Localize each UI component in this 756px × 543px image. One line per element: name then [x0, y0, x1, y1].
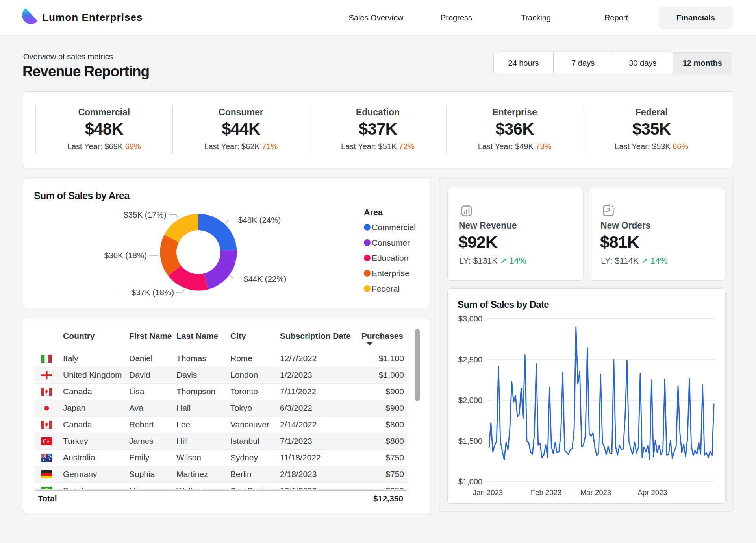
svg-text:Mar 2023: Mar 2023 [580, 488, 611, 497]
svg-text:Feb 2023: Feb 2023 [531, 488, 561, 497]
svg-text:$2,000: $2,000 [458, 396, 482, 404]
svg-text:$35K (17%): $35K (17%) [124, 210, 166, 219]
svg-text:$36K (18%): $36K (18%) [104, 251, 147, 260]
svg-text:$1,500: $1,500 [458, 437, 482, 445]
svg-text:$1,000: $1,000 [458, 477, 482, 486]
svg-text:Jan 2023: Jan 2023 [473, 488, 503, 497]
svg-text:$44K (22%): $44K (22%) [244, 274, 286, 283]
svg-text:$2,500: $2,500 [458, 355, 482, 364]
svg-text:Apr 2023: Apr 2023 [637, 488, 667, 497]
svg-text:$48K (24%): $48K (24%) [238, 215, 281, 224]
svg-text:$3,000: $3,000 [458, 314, 482, 323]
svg-text:$37K (18%): $37K (18%) [132, 288, 174, 297]
